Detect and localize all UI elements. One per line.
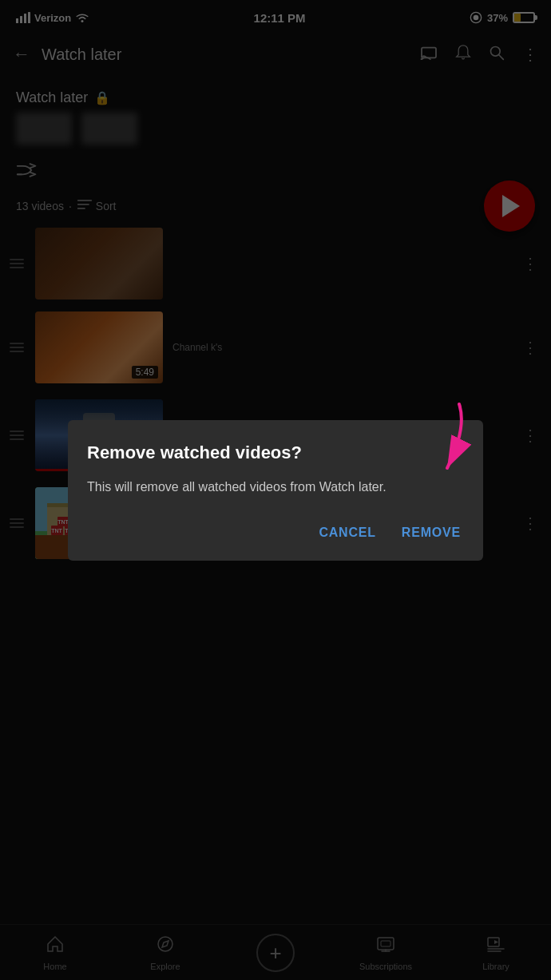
modal-body: This will remove all watched videos from…: [87, 478, 464, 497]
modal-overlay: Remove watched videos? This will remove …: [0, 0, 551, 980]
remove-button[interactable]: REMOVE: [398, 519, 464, 546]
modal-dialog: Remove watched videos? This will remove …: [68, 420, 483, 561]
cancel-button[interactable]: CANCEL: [315, 519, 379, 546]
modal-actions: CANCEL REMOVE: [87, 519, 464, 546]
modal-title: Remove watched videos?: [87, 442, 464, 463]
arrow-annotation: [403, 396, 475, 487]
